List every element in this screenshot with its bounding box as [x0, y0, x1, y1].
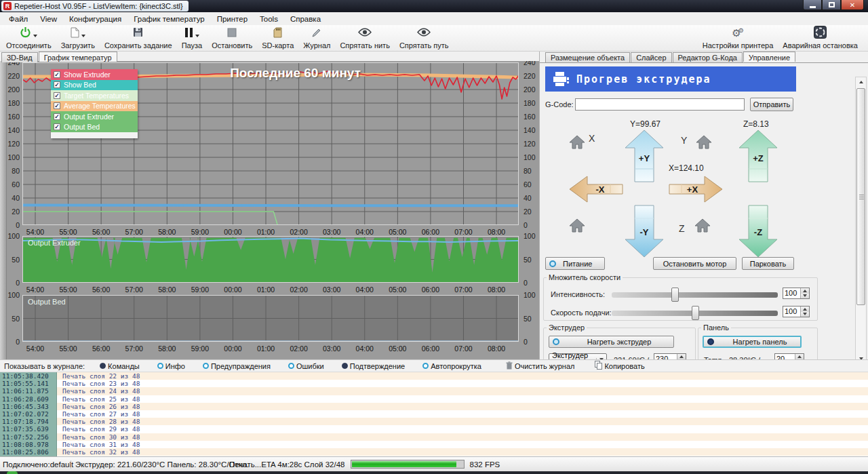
stop-button[interactable]: Остановить — [207, 25, 257, 51]
flowrate-spinner[interactable]: 100 — [783, 288, 810, 299]
home-y-button[interactable] — [696, 135, 712, 151]
toggle-circle-icon — [203, 363, 209, 369]
legend-item[interactable]: ✓Show Bed — [51, 80, 138, 91]
flowrate-slider[interactable] — [612, 292, 778, 298]
dropdown-arrow-icon[interactable] — [195, 35, 199, 37]
pause-button[interactable]: Пауза — [177, 25, 208, 51]
jog-plus-x-button[interactable]: +X — [669, 176, 723, 204]
legend-label: Target Temperatures — [64, 92, 129, 100]
log-output[interactable]: 11:05:38.420Печать слоя 22 из 4811:05:55… — [0, 372, 868, 456]
legend-item[interactable]: ✓Target Temperatures — [51, 90, 138, 101]
log-row: 11:08:25.806Печать слоя 32 из 48 — [0, 448, 868, 456]
copy-log-button[interactable]: Копировать — [595, 361, 644, 371]
x-axis-tick-label: 07:00 — [454, 344, 472, 353]
spin-down-icon[interactable] — [801, 294, 809, 299]
x-axis-tick-label: 06:00 — [422, 228, 439, 236]
log-timestamp: 11:07:52.256 — [0, 433, 57, 441]
feedrate-slider-thumb[interactable] — [692, 306, 699, 320]
checkbox-icon[interactable]: ✓ — [54, 123, 60, 130]
load-button[interactable]: Загрузить — [56, 25, 100, 51]
log-filter-ack[interactable]: Подтверждение — [342, 362, 405, 370]
send-button[interactable]: Отправить — [750, 98, 793, 111]
panel-scrollbar[interactable] — [855, 77, 867, 364]
menu-item-printer[interactable]: Принтер — [211, 14, 254, 24]
scrollbar-thumb[interactable] — [856, 88, 865, 305]
minimize-button[interactable] — [803, 0, 822, 10]
checkbox-icon[interactable]: ✓ — [54, 113, 60, 120]
checkbox-icon[interactable]: ✓ — [54, 102, 60, 109]
legend-item[interactable]: ✓Output Extruder — [51, 111, 138, 122]
stop-motor-button[interactable]: Остановить мотор — [653, 257, 736, 270]
dropdown-arrow-icon[interactable] — [81, 35, 85, 37]
log-filter-commands[interactable]: Команды — [100, 362, 140, 370]
hide-filament-button[interactable]: Спрятать нить — [335, 25, 394, 51]
clear-log-button[interactable]: Очистить журнал — [506, 361, 575, 371]
legend-item[interactable]: ✓Average Temperatures — [51, 101, 138, 112]
sd-card-button[interactable]: SD-карта — [257, 25, 298, 51]
x-axis-tick-label: 55:00 — [59, 228, 77, 236]
log-button[interactable]: Журнал — [298, 25, 335, 51]
y-axis-tick-label: 240 — [524, 61, 536, 66]
spin-up-icon[interactable] — [801, 307, 809, 312]
menu-item-config[interactable]: Конфигурация — [63, 14, 127, 24]
close-icon: ✕ — [850, 1, 855, 9]
menu-item-file[interactable]: Файл — [3, 14, 34, 24]
home-x-button[interactable] — [569, 135, 585, 151]
close-button[interactable]: ✕ — [841, 0, 864, 10]
emergency-stop-button[interactable]: Аварийная остановка — [778, 25, 863, 51]
log-filter-errors[interactable]: Ошибки — [288, 362, 324, 370]
heat-extruder-button[interactable]: Нагреть экструдер — [549, 336, 674, 348]
legend-item[interactable]: ✓Output Bed — [51, 122, 138, 133]
home-z-button[interactable] — [694, 218, 711, 234]
tab-object-placement[interactable]: Размещение объекта — [545, 52, 630, 62]
scroll-up-icon[interactable] — [856, 77, 866, 87]
home-all-button[interactable] — [569, 218, 585, 234]
heat-bed-button[interactable]: Нагреть панель — [703, 336, 802, 348]
jog-minus-z-button[interactable]: -Z — [738, 205, 778, 259]
jog-plus-y-button[interactable]: +Y — [625, 130, 664, 184]
hide-travel-button[interactable]: Спрятать путь — [395, 25, 454, 51]
spin-down-icon[interactable] — [801, 312, 809, 317]
jog-minus-y-button[interactable]: -Y — [625, 205, 664, 259]
save-job-button[interactable]: Сохранить задание — [100, 25, 177, 51]
flowrate-slider-thumb[interactable] — [671, 288, 679, 302]
tab-3d-view[interactable]: 3D-Вид — [1, 52, 38, 62]
jog-minus-x-button[interactable]: -X — [569, 176, 623, 204]
legend-item[interactable]: ✓Show Extruder — [51, 69, 138, 80]
spin-up-icon[interactable] — [801, 288, 809, 294]
feedrate-slider[interactable] — [612, 311, 778, 316]
y-axis-tick-label: 60 — [524, 180, 532, 189]
feedrate-spinner[interactable]: 100 — [783, 306, 810, 317]
log-filter-autoscroll[interactable]: Автопрокрутка — [422, 362, 481, 370]
log-timestamp: 11:05:55.141 — [0, 380, 57, 387]
power-button[interactable]: Питание — [545, 257, 605, 270]
dropdown-arrow-icon[interactable] — [33, 35, 37, 37]
x-axis-tick-label: 58:00 — [158, 285, 176, 294]
spin-up-icon[interactable] — [677, 354, 686, 359]
toggle-circle-icon — [288, 363, 294, 369]
menu-item-help[interactable]: Справка — [284, 14, 327, 24]
checkbox-icon[interactable]: ✓ — [54, 81, 60, 88]
menu-item-temp-graph[interactable]: График температур — [127, 14, 211, 24]
checkbox-icon[interactable]: ✓ — [54, 92, 60, 99]
disconnect-button[interactable]: Отсоединить — [1, 25, 56, 51]
eye-icon — [417, 28, 431, 38]
checkbox-icon[interactable]: ✓ — [54, 71, 60, 78]
y-axis-tick-label: 140 — [524, 126, 536, 134]
y-axis-tick-label: 0 — [524, 279, 528, 287]
spin-up-icon[interactable] — [795, 354, 804, 359]
printer-settings-button[interactable]: ⚙⚙Настройки принтера — [698, 25, 778, 51]
log-filter-info[interactable]: Инфо — [157, 362, 185, 370]
jog-plus-z-button[interactable]: +Z — [738, 130, 778, 184]
gcode-input[interactable] — [575, 98, 745, 111]
tab-gcode-editor[interactable]: Редактор G-Кода — [673, 52, 743, 62]
tab-temp-graph[interactable]: График температур — [39, 52, 117, 62]
park-button[interactable]: Парковать — [742, 257, 794, 270]
tab-slicer[interactable]: Слайсер — [631, 52, 671, 62]
menu-item-tools[interactable]: Tools — [254, 14, 284, 24]
menu-item-view[interactable]: View — [34, 14, 63, 24]
tab-control[interactable]: Управление — [743, 52, 795, 62]
maximize-button[interactable] — [822, 0, 841, 10]
panel-splitter[interactable] — [0, 61, 7, 359]
log-filter-warnings[interactable]: Предупраждения — [203, 362, 271, 370]
